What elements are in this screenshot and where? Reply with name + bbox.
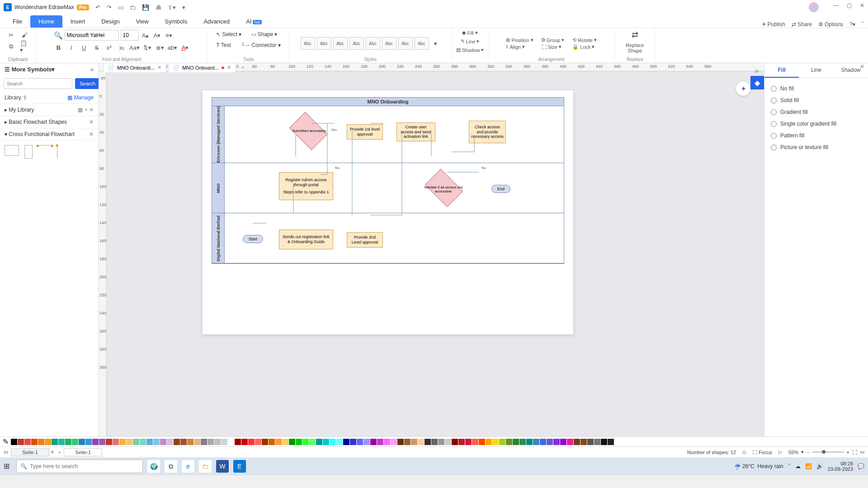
process-check-access[interactable]: Check access and provide necessary acces… [469,121,506,143]
color-swatch[interactable] [492,439,499,445]
add-page-button[interactable]: + [58,450,61,455]
color-swatch[interactable] [38,439,44,445]
group-dropdown[interactable]: ⧉ Group▾ [542,37,565,43]
color-swatch[interactable] [309,439,316,445]
collapse-ribbon-icon[interactable]: ˆ [862,21,863,28]
minimize-icon[interactable]: — [833,2,839,12]
taskbar-app-explorer[interactable]: 🗀 [199,460,212,473]
color-swatch[interactable] [472,439,478,445]
layers-icon[interactable]: ◇ [742,449,746,455]
color-swatch[interactable] [289,439,295,445]
color-swatch[interactable] [241,439,248,445]
diagram-title[interactable]: MNO Onboarding [212,98,564,106]
color-swatch[interactable] [269,439,275,445]
color-swatch[interactable] [553,439,560,445]
line-dropdown[interactable]: ✎ Line▾ [461,38,480,44]
page-tab-1[interactable]: Seite-1 [11,448,49,456]
color-swatch[interactable] [282,439,288,445]
color-swatch[interactable] [174,439,180,445]
page-thumb-icon[interactable]: ▭ [4,449,8,455]
color-swatch[interactable] [519,439,526,445]
color-swatch[interactable] [126,439,132,445]
help-icon[interactable]: ?▾ [849,21,855,28]
fill-option-pattern[interactable]: Pattern fill [771,130,862,141]
style-preset-5[interactable]: Abc [366,37,380,50]
process-create-user[interactable]: Create user access and send activation l… [396,122,435,141]
process-approve1[interactable]: Provide 1st level approval [347,124,383,140]
tray-onedrive-icon[interactable]: ☁ [795,463,801,469]
process-approve2[interactable]: Provide 2nd Level approval [347,232,383,248]
bold-icon[interactable]: B [54,42,64,52]
color-swatch[interactable] [594,439,600,445]
process-register[interactable]: Register Admin access through portal Ste… [279,172,333,200]
close-panel-icon[interactable]: ✕ [860,63,864,70]
color-swatch[interactable] [146,439,153,445]
swimlane-container[interactable]: MNO Onboarding Ericsson (Managed Service… [212,97,564,264]
color-swatch[interactable] [235,439,241,445]
bullets-icon[interactable]: ≣▾ [155,42,165,52]
open-icon[interactable]: 🗀 [130,4,136,11]
lane-1-header[interactable]: Ericsson (Managed Services) [216,106,221,163]
color-swatch[interactable] [106,439,112,445]
color-swatch[interactable] [140,439,146,445]
color-swatch[interactable] [533,439,539,445]
color-swatch[interactable] [180,439,187,445]
fill-option-none[interactable]: No fill [771,83,862,94]
terminator-end[interactable]: End [491,185,510,193]
size-dropdown[interactable]: ⛶ Size▾ [542,44,565,50]
collapse-left-icon[interactable]: « [90,66,94,73]
connector-tool[interactable]: └→ Connector▾ [238,41,283,50]
qat-more-icon[interactable]: ▾ [182,4,185,11]
eyedropper-icon[interactable]: ✎ [3,437,9,446]
undo-icon[interactable]: ↶ [95,4,100,11]
color-swatch[interactable] [513,439,519,445]
cross-functional-section[interactable]: ▾ Cross Functional Flowchart [5,131,75,137]
color-swatch[interactable] [377,439,383,445]
italic-icon[interactable]: I [66,42,76,52]
tab-advanced[interactable]: Advanced [195,15,238,28]
color-swatch[interactable] [587,439,594,445]
decision-submitted[interactable]: Submitted accurately [289,112,328,150]
play-icon[interactable]: ▷ [778,449,782,455]
fullscreen-icon[interactable]: ▭ [860,449,864,455]
color-swatch[interactable] [540,439,546,445]
color-swatch[interactable] [31,439,38,445]
underline-icon[interactable]: U [79,42,89,52]
tab-view[interactable]: View [128,15,157,28]
format-painter-icon[interactable]: 🖌 [20,30,30,40]
color-swatch[interactable] [58,439,65,445]
style-preset-2[interactable]: Abc [317,37,331,50]
color-swatch[interactable] [187,439,193,445]
shadow-dropdown[interactable]: ▨ Shadow▾ [456,47,484,53]
color-swatch[interactable] [574,439,580,445]
color-swatch[interactable] [228,439,234,445]
color-swatch[interactable] [431,439,438,445]
color-swatch[interactable] [316,439,322,445]
taskbar-app-edge[interactable]: e [182,460,194,473]
close-tab-icon[interactable]: ✕ [157,65,161,70]
color-swatch[interactable] [567,439,573,445]
publish-button[interactable]: ✈ Publish [762,21,785,28]
replace-shape-icon[interactable]: ⇄ [632,30,638,40]
symbol-search-input[interactable] [4,78,72,89]
color-swatch[interactable] [445,439,451,445]
close-icon[interactable]: ✕ [860,2,864,12]
user-avatar[interactable] [809,2,819,12]
share-button[interactable]: ⇄ Share [792,21,812,28]
windows-search-input[interactable]: 🔍 Type here to search [16,460,143,473]
color-swatch[interactable] [404,439,410,445]
new-icon[interactable]: ▭ [118,4,123,11]
color-swatch[interactable] [248,439,255,445]
color-swatch[interactable] [438,439,444,445]
decision-validate[interactable]: Validate if all access are accessible [425,169,463,207]
print-icon[interactable]: 🖶 [156,4,161,11]
canvas-page[interactable]: MNO Onboarding Ericsson (Managed Service… [203,90,573,334]
tray-wifi-icon[interactable]: 📶 [805,463,812,469]
taskbar-app-edrawmax[interactable]: E [233,460,246,473]
strike-icon[interactable]: S̶ [92,42,102,52]
fill-option-single-gradient[interactable]: Single color gradient fill [771,118,862,130]
tab-insert[interactable]: Insert [62,15,94,28]
color-swatch[interactable] [214,439,221,445]
color-swatch[interactable] [391,439,397,445]
color-swatch[interactable] [580,439,587,445]
